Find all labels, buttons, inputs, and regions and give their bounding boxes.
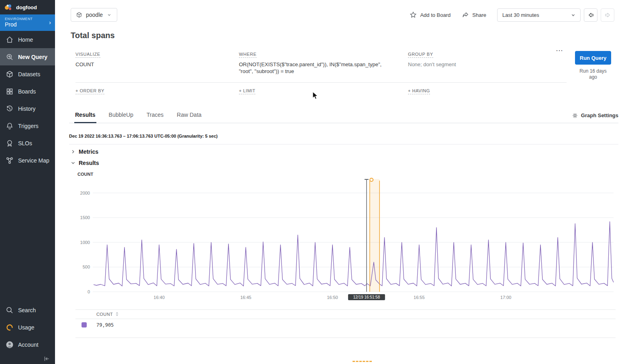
sidebar-item-usage[interactable]: Usage [0, 319, 55, 336]
previous-query-button[interactable] [584, 8, 597, 22]
tab-raw-data[interactable]: Raw Data [176, 108, 202, 123]
sidebar-item-triggers[interactable]: Triggers [0, 117, 55, 134]
svg-text:2000: 2000 [80, 191, 90, 195]
time-range-selector[interactable]: Last 30 minutes [497, 8, 581, 22]
query-time-summary: Dec 19 2022 16:36:13.763 – 17:06:13.763 … [69, 134, 628, 138]
sidebar-nav: Home New Query Datasets Boards History [0, 31, 55, 169]
dogfood-logo-icon [4, 3, 13, 12]
collapse-sidebar-icon[interactable] [43, 355, 50, 362]
dataset-name: poodle [86, 12, 103, 18]
sort-icon [115, 311, 119, 317]
sidebar-item-label: Datasets [18, 71, 40, 77]
chevron-down-icon [570, 12, 576, 18]
legend-swatch [82, 322, 87, 327]
page-title: Total spans [55, 22, 628, 40]
sidebar-item-label: Boards [18, 88, 36, 95]
add-limit-button[interactable]: + LIMIT [239, 88, 255, 94]
group-by-clause-label[interactable]: GROUP BY [408, 52, 433, 58]
chevron-down-icon [106, 12, 112, 18]
sidebar-bottom-nav: Search Usage Account [0, 301, 55, 353]
query-overflow-menu-icon[interactable]: ⋯ [556, 46, 563, 55]
graph-settings-button[interactable]: Graph Settings [572, 112, 618, 123]
count-line-chart[interactable]: 050010001500200016:4016:4516:5016:5517:0… [75, 177, 616, 304]
svg-text:16:50: 16:50 [327, 295, 338, 300]
metrics-section-toggle[interactable]: Metrics [55, 144, 628, 157]
sidebar-item-label: Service Map [18, 157, 49, 164]
sidebar-item-label: New Query [18, 54, 47, 60]
tab-results[interactable]: Results [74, 108, 96, 123]
sidebar-item-label: Usage [18, 324, 34, 331]
visualize-clause-value[interactable]: COUNT [75, 61, 239, 68]
svg-text:1500: 1500 [80, 215, 90, 220]
query-builder: ⋯ VISUALIZE COUNT WHERE OR(NOT(EXISTS($"… [75, 51, 614, 94]
svg-text:16:45: 16:45 [240, 295, 251, 300]
chevron-right-icon [70, 149, 76, 155]
next-query-button[interactable] [601, 8, 614, 22]
run-query-button[interactable]: Run Query [575, 51, 611, 65]
add-order-by-button[interactable]: + ORDER BY [75, 88, 104, 94]
sidebar-item-service-map[interactable]: Service Map [0, 152, 55, 169]
home-icon [6, 36, 14, 44]
history-icon [6, 105, 14, 113]
where-clause-label[interactable]: WHERE [239, 52, 257, 58]
environment-switcher[interactable]: ENVIRONMENT Prod › [0, 14, 55, 31]
search-icon [6, 306, 14, 314]
logo-row[interactable]: dogfood [0, 0, 55, 14]
visualize-clause-label[interactable]: VISUALIZE [75, 52, 100, 58]
sidebar-item-home[interactable]: Home [0, 31, 55, 48]
count-column-header[interactable]: COUNT [75, 309, 616, 319]
add-having-button[interactable]: + HAVING [408, 88, 430, 94]
dataset-cube-icon [6, 70, 14, 78]
svg-text:1000: 1000 [80, 240, 90, 245]
sidebar-item-history[interactable]: History [0, 100, 55, 117]
svg-text:12/19 16:51:58: 12/19 16:51:58 [353, 295, 380, 299]
sidebar-item-account[interactable]: Account [0, 336, 55, 353]
query-icon [6, 53, 14, 61]
environment-name: Prod [5, 21, 49, 28]
sidebar-item-label: SLOs [18, 140, 32, 146]
usage-gauge-icon [6, 323, 14, 331]
avatar [6, 341, 14, 349]
last-run-status: Run 16 days ago [578, 68, 608, 80]
graph-settings-label: Graph Settings [581, 112, 618, 118]
sidebar-item-boards[interactable]: Boards [0, 83, 55, 100]
bell-icon [6, 122, 14, 130]
tab-bubbleup[interactable]: BubbleUp [108, 108, 135, 123]
chevron-down-icon [70, 160, 76, 166]
results-tabs: Results BubbleUp Traces Raw Data Graph S… [69, 108, 618, 123]
next-chart-fragment [353, 361, 372, 362]
service-map-icon [6, 157, 14, 165]
sidebar-item-label: Search [18, 307, 36, 313]
dataset-cube-icon [76, 12, 82, 18]
sidebar-item-slos[interactable]: SLOs [0, 134, 55, 152]
svg-text:0: 0 [88, 289, 90, 294]
count-column-label: COUNT [96, 312, 113, 317]
sidebar-item-label: Account [18, 342, 39, 348]
table-bottom-divider [75, 338, 616, 338]
share-icon [462, 11, 469, 18]
tab-traces[interactable]: Traces [146, 108, 164, 123]
sidebar-item-label: Home [18, 37, 33, 43]
boards-grid-icon [6, 87, 14, 96]
gear-icon [572, 112, 578, 119]
results-table: COUNT 79,905 [75, 309, 616, 338]
sidebar-item-new-query[interactable]: New Query [0, 48, 55, 65]
share-button[interactable]: Share [462, 11, 486, 18]
slo-badge-icon [6, 139, 14, 147]
results-chart[interactable]: COUNT 050010001500200016:4016:4516:5016:… [75, 172, 616, 304]
count-value: 79,905 [96, 322, 114, 328]
svg-text:16:40: 16:40 [154, 295, 165, 300]
add-to-board-button[interactable]: Add to Board [410, 11, 451, 18]
sidebar-item-search[interactable]: Search [0, 301, 55, 319]
chevron-right-icon: › [49, 19, 52, 25]
results-section-toggle[interactable]: Results [55, 157, 628, 169]
group-by-clause-value[interactable]: None; don't segment [408, 61, 567, 68]
workspace-name: dogfood [16, 4, 37, 10]
table-row[interactable]: 79,905 [75, 319, 616, 331]
where-clause-value[interactable]: OR(NOT(EXISTS($"trace.parent_id")), IN($… [239, 61, 396, 75]
sidebar: dogfood ENVIRONMENT Prod › Home New Quer… [0, 0, 55, 364]
query-builder-divider [75, 82, 567, 83]
sidebar-item-datasets[interactable]: Datasets [0, 65, 55, 83]
dataset-selector[interactable]: poodle [71, 8, 117, 22]
svg-text:500: 500 [83, 264, 90, 269]
